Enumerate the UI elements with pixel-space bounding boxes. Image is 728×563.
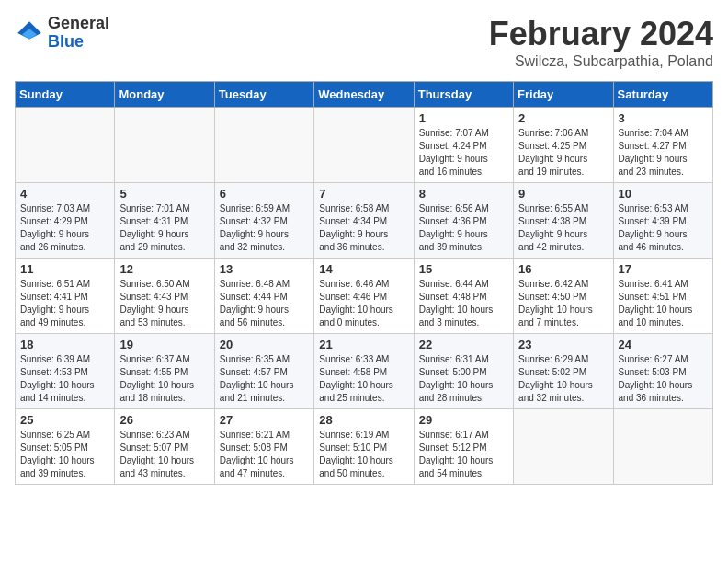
calendar-day-cell: 20Sunrise: 6:35 AM Sunset: 4:57 PM Dayli… (214, 334, 313, 409)
day-number: 16 (518, 262, 608, 276)
month-title: February 2024 (489, 15, 713, 53)
location-subtitle: Swilcza, Subcarpathia, Poland (489, 53, 713, 70)
day-info: Sunrise: 6:33 AM Sunset: 4:58 PM Dayligh… (319, 353, 408, 405)
calendar-day-cell: 16Sunrise: 6:42 AM Sunset: 4:50 PM Dayli… (514, 259, 613, 334)
day-info: Sunrise: 6:17 AM Sunset: 5:12 PM Dayligh… (419, 429, 508, 480)
day-number: 19 (119, 338, 209, 351)
day-number: 24 (619, 338, 708, 351)
calendar-day-cell: 18Sunrise: 6:39 AM Sunset: 4:53 PM Dayli… (16, 334, 115, 409)
calendar-day-cell: 22Sunrise: 6:31 AM Sunset: 5:00 PM Dayli… (414, 334, 513, 409)
calendar-day-cell: 5Sunrise: 7:01 AM Sunset: 4:31 PM Daylig… (115, 183, 214, 259)
day-number: 29 (419, 413, 508, 427)
day-info: Sunrise: 6:56 AM Sunset: 4:36 PM Dayligh… (419, 202, 508, 254)
logo-general: General (48, 15, 109, 33)
calendar-week-row: 4Sunrise: 7:03 AM Sunset: 4:29 PM Daylig… (16, 183, 713, 259)
day-number: 17 (619, 262, 708, 276)
logo-blue: Blue (48, 33, 109, 52)
logo: General Blue (15, 15, 109, 52)
day-info: Sunrise: 6:53 AM Sunset: 4:39 PM Dayligh… (619, 202, 708, 254)
calendar-day-cell: 13Sunrise: 6:48 AM Sunset: 4:44 PM Dayli… (214, 259, 313, 334)
day-number: 14 (319, 262, 408, 276)
day-of-week-header: Tuesday (214, 82, 313, 108)
day-number: 10 (619, 187, 708, 201)
day-number: 9 (518, 187, 608, 201)
calendar-day-cell: 6Sunrise: 6:59 AM Sunset: 4:32 PM Daylig… (214, 183, 313, 259)
calendar-day-cell: 12Sunrise: 6:50 AM Sunset: 4:43 PM Dayli… (115, 259, 214, 334)
day-number: 22 (419, 338, 508, 351)
calendar-day-cell: 27Sunrise: 6:21 AM Sunset: 5:08 PM Dayli… (214, 409, 313, 485)
day-of-week-header: Wednesday (314, 82, 414, 108)
calendar-day-cell: 14Sunrise: 6:46 AM Sunset: 4:46 PM Dayli… (314, 259, 414, 334)
calendar-day-cell: 25Sunrise: 6:25 AM Sunset: 5:05 PM Dayli… (16, 409, 115, 485)
calendar-day-cell: 29Sunrise: 6:17 AM Sunset: 5:12 PM Dayli… (414, 409, 513, 485)
calendar-day-cell: 24Sunrise: 6:27 AM Sunset: 5:03 PM Dayli… (613, 334, 712, 409)
calendar-day-cell: 4Sunrise: 7:03 AM Sunset: 4:29 PM Daylig… (16, 183, 115, 259)
calendar-table: SundayMondayTuesdayWednesdayThursdayFrid… (15, 81, 713, 485)
calendar-day-cell: 19Sunrise: 6:37 AM Sunset: 4:55 PM Dayli… (115, 334, 214, 409)
day-info: Sunrise: 7:04 AM Sunset: 4:27 PM Dayligh… (619, 127, 708, 178)
day-info: Sunrise: 6:27 AM Sunset: 5:03 PM Dayligh… (619, 353, 708, 405)
day-info: Sunrise: 6:29 AM Sunset: 5:02 PM Dayligh… (518, 353, 608, 405)
day-info: Sunrise: 6:55 AM Sunset: 4:38 PM Dayligh… (518, 202, 608, 254)
calendar-day-cell: 26Sunrise: 6:23 AM Sunset: 5:07 PM Dayli… (115, 409, 214, 485)
day-of-week-header: Sunday (16, 82, 115, 108)
logo-text: General Blue (48, 15, 109, 52)
calendar-day-cell: 21Sunrise: 6:33 AM Sunset: 4:58 PM Dayli… (314, 334, 414, 409)
day-of-week-header: Monday (115, 82, 214, 108)
day-info: Sunrise: 6:59 AM Sunset: 4:32 PM Dayligh… (220, 202, 309, 254)
day-number: 28 (319, 413, 408, 427)
day-info: Sunrise: 6:50 AM Sunset: 4:43 PM Dayligh… (119, 278, 209, 329)
calendar-day-cell: 10Sunrise: 6:53 AM Sunset: 4:39 PM Dayli… (613, 183, 712, 259)
day-number: 1 (419, 111, 508, 125)
day-info: Sunrise: 7:03 AM Sunset: 4:29 PM Dayligh… (20, 202, 109, 254)
calendar-day-cell: 8Sunrise: 6:56 AM Sunset: 4:36 PM Daylig… (414, 183, 513, 259)
day-info: Sunrise: 6:51 AM Sunset: 4:41 PM Dayligh… (20, 278, 109, 329)
day-info: Sunrise: 7:07 AM Sunset: 4:24 PM Dayligh… (419, 127, 508, 178)
day-number: 5 (119, 187, 209, 201)
day-number: 6 (220, 187, 309, 201)
day-info: Sunrise: 6:46 AM Sunset: 4:46 PM Dayligh… (319, 278, 408, 329)
title-area: February 2024 Swilcza, Subcarpathia, Pol… (489, 15, 713, 70)
calendar-day-cell: 3Sunrise: 7:04 AM Sunset: 4:27 PM Daylig… (613, 108, 712, 183)
calendar-day-cell (115, 108, 214, 183)
calendar-week-row: 11Sunrise: 6:51 AM Sunset: 4:41 PM Dayli… (16, 259, 713, 334)
day-info: Sunrise: 6:58 AM Sunset: 4:34 PM Dayligh… (319, 202, 408, 254)
calendar-day-cell: 11Sunrise: 6:51 AM Sunset: 4:41 PM Dayli… (16, 259, 115, 334)
day-info: Sunrise: 6:23 AM Sunset: 5:07 PM Dayligh… (119, 429, 209, 480)
day-number: 15 (419, 262, 508, 276)
day-info: Sunrise: 6:37 AM Sunset: 4:55 PM Dayligh… (119, 353, 209, 405)
calendar-week-row: 18Sunrise: 6:39 AM Sunset: 4:53 PM Dayli… (16, 334, 713, 409)
day-info: Sunrise: 6:35 AM Sunset: 4:57 PM Dayligh… (220, 353, 309, 405)
calendar-day-cell: 2Sunrise: 7:06 AM Sunset: 4:25 PM Daylig… (514, 108, 613, 183)
calendar-day-cell (613, 409, 712, 485)
day-info: Sunrise: 6:25 AM Sunset: 5:05 PM Dayligh… (20, 429, 109, 480)
logo-icon (15, 18, 44, 48)
day-number: 12 (119, 262, 209, 276)
calendar-day-cell (16, 108, 115, 183)
day-of-week-header: Thursday (414, 82, 513, 108)
calendar-day-cell: 23Sunrise: 6:29 AM Sunset: 5:02 PM Dayli… (514, 334, 613, 409)
day-info: Sunrise: 6:44 AM Sunset: 4:48 PM Dayligh… (419, 278, 508, 329)
day-number: 11 (20, 262, 109, 276)
day-number: 25 (20, 413, 109, 427)
day-info: Sunrise: 6:48 AM Sunset: 4:44 PM Dayligh… (220, 278, 309, 329)
day-number: 3 (619, 111, 708, 125)
calendar-day-cell: 28Sunrise: 6:19 AM Sunset: 5:10 PM Dayli… (314, 409, 414, 485)
day-info: Sunrise: 6:39 AM Sunset: 4:53 PM Dayligh… (20, 353, 109, 405)
day-number: 26 (119, 413, 209, 427)
day-info: Sunrise: 6:19 AM Sunset: 5:10 PM Dayligh… (319, 429, 408, 480)
day-info: Sunrise: 6:31 AM Sunset: 5:00 PM Dayligh… (419, 353, 508, 405)
day-info: Sunrise: 7:06 AM Sunset: 4:25 PM Dayligh… (518, 127, 608, 178)
calendar-header-row: SundayMondayTuesdayWednesdayThursdayFrid… (16, 82, 713, 108)
calendar-day-cell: 7Sunrise: 6:58 AM Sunset: 4:34 PM Daylig… (314, 183, 414, 259)
day-number: 18 (20, 338, 109, 351)
calendar-day-cell (514, 409, 613, 485)
day-info: Sunrise: 6:21 AM Sunset: 5:08 PM Dayligh… (220, 429, 309, 480)
day-of-week-header: Saturday (613, 82, 712, 108)
calendar-day-cell: 9Sunrise: 6:55 AM Sunset: 4:38 PM Daylig… (514, 183, 613, 259)
day-number: 21 (319, 338, 408, 351)
day-info: Sunrise: 6:42 AM Sunset: 4:50 PM Dayligh… (518, 278, 608, 329)
day-number: 8 (419, 187, 508, 201)
calendar-day-cell (314, 108, 414, 183)
day-number: 4 (20, 187, 109, 201)
